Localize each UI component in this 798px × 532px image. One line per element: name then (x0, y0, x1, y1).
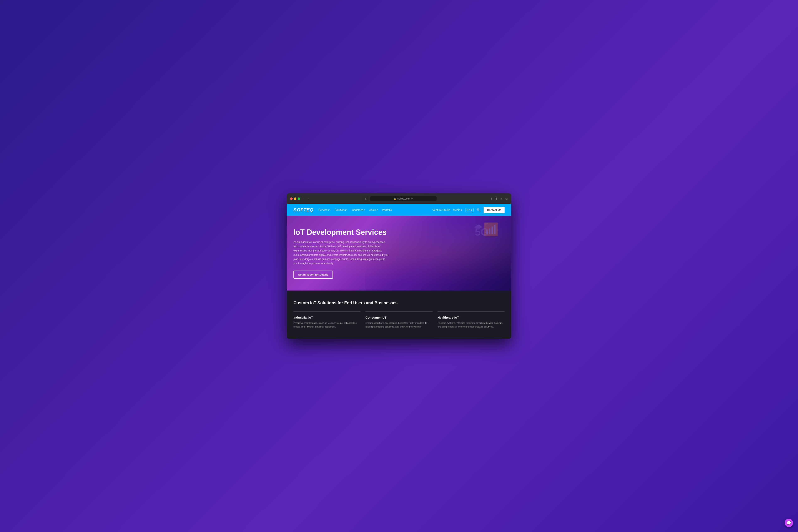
browser-window: ‹ › ⊕ 🔒 softeq.com ↻ ⬇ ⬆ + ⧉ SOFTEQ Serv… (287, 193, 511, 339)
solutions-chevron: ▾ (346, 209, 347, 211)
browser-chrome: ‹ › ⊕ 🔒 softeq.com ↻ ⬇ ⬆ + ⧉ (287, 193, 511, 204)
services-chevron: ▾ (329, 209, 330, 211)
back-button[interactable]: ‹ (303, 196, 305, 201)
tabs-icon[interactable]: ⧉ (505, 196, 508, 201)
share-icon[interactable]: ⬆ (495, 196, 498, 201)
solutions-section: Custom IoT Solutions for End Users and B… (287, 290, 511, 339)
solution-card-consumer: Consumer IoT Smart apparel and accessori… (365, 311, 433, 328)
chat-icon: 💬 (786, 520, 791, 525)
nav-solutions[interactable]: Solutions ▾ (335, 208, 347, 212)
healthcare-iot-desc: Telecare systems, vital sign monitors, s… (437, 321, 505, 328)
industries-chevron: ▾ (364, 209, 365, 211)
lang-chevron: ▾ (471, 208, 472, 212)
about-chevron: ▾ (377, 209, 378, 211)
logo[interactable]: SOFTEQ (293, 207, 314, 213)
contact-button[interactable]: Contact Us (483, 207, 505, 213)
browser-controls: ‹ › (303, 196, 309, 201)
url-text: softeq.com (397, 197, 410, 200)
nav-right: Venture Studio Media ▾ En ▾ 🔍 Contact Us (433, 207, 505, 213)
hero-content: IoT Development Services As an innovativ… (287, 218, 395, 289)
nav-about[interactable]: About ▾ (369, 208, 378, 212)
maximize-button[interactable] (298, 197, 300, 200)
forward-button[interactable]: › (307, 196, 310, 201)
reload-icon[interactable]: ↻ (411, 197, 413, 200)
search-button[interactable]: 🔍 (476, 208, 481, 212)
hero-cta-button[interactable]: Get in Touch for Details (293, 270, 333, 279)
website-content: SOFTEQ Services ▾ Solutions ▾ Industries… (287, 204, 511, 339)
solution-card-industrial: Industrial IoT Predictive maintenance, m… (293, 311, 361, 328)
nav-venture-studio[interactable]: Venture Studio (433, 208, 450, 212)
hero-decorative-icons: 5G 📶 ☁ (483, 222, 499, 237)
nav-portfolio[interactable]: Portfolio (382, 208, 392, 212)
hero-section: 5G 📶 ☁ IoT Development Services As an in… (287, 216, 511, 290)
industrial-iot-desc: Predictive maintenance, machine vision s… (293, 321, 361, 328)
nav-media[interactable]: Media ▾ (453, 208, 462, 212)
media-chevron: ▾ (461, 208, 462, 212)
nav-links: Services ▾ Solutions ▾ Industries ▾ Abou… (318, 208, 427, 212)
hero-description: As an innovative startup or enterprise, … (293, 240, 388, 265)
address-bar[interactable]: 🔒 softeq.com ↻ (370, 196, 437, 201)
traffic-lights (290, 197, 300, 200)
nav-services[interactable]: Services ▾ (318, 208, 330, 212)
hero-title: IoT Development Services (293, 228, 388, 237)
language-selector[interactable]: En ▾ (465, 208, 474, 212)
solutions-grid: Industrial IoT Predictive maintenance, m… (293, 311, 505, 328)
nav-industries[interactable]: Industries ▾ (352, 208, 365, 212)
cloud-symbol: ☁ (474, 220, 482, 229)
healthcare-iot-title: Healthcare IoT (437, 316, 505, 319)
lock-icon: 🔒 (394, 197, 396, 200)
close-button[interactable] (290, 197, 292, 200)
chat-bubble-button[interactable]: 💬 (785, 519, 793, 527)
solutions-title: Custom IoT Solutions for End Users and B… (293, 301, 505, 305)
download-icon[interactable]: ⬇ (490, 196, 493, 201)
shield-icon: ⊕ (363, 196, 368, 202)
browser-actions: ⬇ ⬆ + ⧉ (490, 196, 508, 201)
minimize-button[interactable] (294, 197, 296, 200)
consumer-iot-title: Consumer IoT (365, 316, 433, 319)
address-bar-container: ⊕ 🔒 softeq.com ↻ (312, 196, 487, 202)
new-tab-icon[interactable]: + (500, 196, 503, 201)
solution-card-healthcare: Healthcare IoT Telecare systems, vital s… (437, 311, 505, 328)
consumer-iot-desc: Smart apparel and accessories, hearables… (365, 321, 433, 328)
navbar: SOFTEQ Services ▾ Solutions ▾ Industries… (287, 204, 511, 216)
industrial-iot-title: Industrial IoT (293, 316, 361, 319)
